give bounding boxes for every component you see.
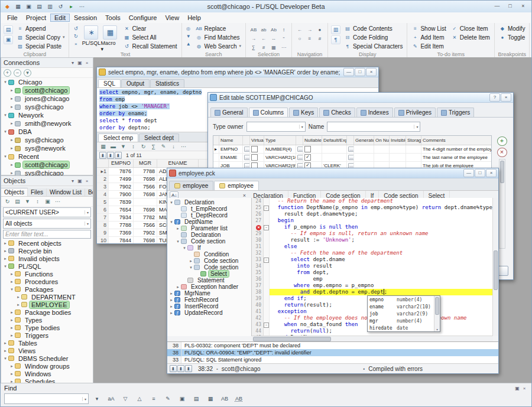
result-tab-select-emp[interactable]: Select emp [98,134,138,142]
close-icon[interactable]: × [83,60,90,66]
edit-data-icon[interactable]: ✎ [160,143,167,151]
menu-icon[interactable]: ▾ [69,178,76,184]
virtual-checkbox[interactable] [251,154,258,161]
pin-icon[interactable]: ▣ [76,60,83,66]
code-contents-button[interactable]: ▤Code Contents [343,24,404,32]
dialog-tab-triggers[interactable]: Triggers [437,108,474,117]
menu-view[interactable]: View [161,14,183,22]
tree-item-code-section[interactable]: ▾Code section [167,238,251,245]
tree-item-department[interactable]: ▸DEPARTMENT [1,293,93,301]
tree-item-functions[interactable]: ▸Functions [1,270,93,278]
minimize-button[interactable]: — [343,68,354,76]
block-select-icon[interactable]: ▦ [269,43,278,51]
layout-icon[interactable]: ▥ [331,25,340,34]
tree-item-mgrname[interactable]: ▸ƒMgrName [167,290,251,297]
export-icon[interactable]: ↓ [170,143,177,151]
tree-item-recent[interactable]: ▾Recent [1,152,93,161]
menu-configure[interactable]: Configure [125,14,161,22]
uppercase-icon[interactable]: AB [249,25,258,34]
pin-icon[interactable]: ▣ [44,198,51,206]
tree-item-updaterecord[interactable]: ▸ƒUpdateRecord [167,310,251,316]
tree-item-scott-chicago[interactable]: ▸scott@chicago [1,86,93,95]
tree-item-newyork[interactable]: ▾Newyork [1,111,93,119]
result-view-icon[interactable]: ▮ [185,365,192,372]
tree-item-pl-sql[interactable]: ▾PL/SQL [1,262,93,270]
edit-item-button[interactable]: ✎Edit Item [410,42,447,50]
tree-item-recent-objects[interactable]: ▸Recent objects [1,239,93,247]
result-view-icon[interactable]: ▮ [115,152,122,159]
popup-item-job[interactable]: jobvarchar2(9) [368,310,434,317]
sort-icon[interactable]: ↕ [129,143,137,151]
find-previous-icon[interactable]: △ [133,394,146,404]
tree-item-chicago[interactable]: ▾Chicago [1,78,93,86]
tree-item-smith-newyork[interactable]: ▸smith@newyork [1,119,93,128]
tree-item-types[interactable]: ▸Types [1,316,93,324]
delete-column-button[interactable]: × [497,148,507,157]
wrap-icon[interactable]: ¶ [331,35,340,44]
tree-item-triggers[interactable]: ▸Triggers [1,331,93,339]
dialog-tab-privileges[interactable]: Privileges [394,108,436,117]
tree-item-code-section[interactable]: ▾Code section [167,264,251,271]
goto-line-icon[interactable]: # [315,34,325,43]
recall-statement-button[interactable]: ↺Recall Statement [122,42,178,50]
sum-icon[interactable]: ∑ [150,143,157,151]
tree-item-deptname[interactable]: ▾ƒDeptName [167,219,251,225]
column-row[interactable]: ▸EMPNO…NUMBER(4)……The 4-digit number of … [213,145,491,154]
close-button[interactable]: × [486,169,497,177]
find-previous-icon[interactable]: ▲ [185,41,192,47]
split-view-icon[interactable]: ▮ [107,152,114,159]
document-tab-employee-1[interactable]: employee [214,181,258,190]
sort-icon[interactable]: ↕ [279,25,288,34]
editor-view-icon[interactable]: ▮ [170,365,177,372]
pin-icon[interactable]: ▣ [76,178,83,184]
print-icon[interactable]: ▤ [35,2,44,11]
special-copy-button[interactable]: ▧Special Copy▾ [15,33,66,41]
menu-file[interactable]: File [3,14,22,22]
outdent-icon[interactable]: ← [259,34,268,43]
grid-scrollbar[interactable] [499,159,505,249]
whole-word-icon[interactable]: AB [218,394,231,404]
dialog-tab-checks[interactable]: Checks [319,108,355,117]
filter-icon[interactable]: ▼ [24,198,31,206]
fold-icon[interactable]: − [264,225,269,230]
object-type-select[interactable]: All objects ▾ [3,219,91,229]
add-connection-icon[interactable]: + [4,69,11,77]
minimize-button[interactable]: — [491,2,503,11]
object-filter-input[interactable] [3,230,91,239]
macro-button[interactable]: ▦Macro ▾ [100,24,119,50]
pin-icon[interactable]: ▣ [514,386,521,391]
schema-select[interactable]: <CURRENT USER> ▾ [3,207,91,217]
paste-icon[interactable]: ▤ [4,25,13,34]
show-list-button[interactable]: ≡Show List [410,24,447,32]
tree-item-jones-chicago[interactable]: ▸jones@chicago [1,95,93,103]
result-tab-select-dept[interactable]: Select dept [139,134,179,142]
comment-icon[interactable]: -- [269,34,278,43]
capitalize-icon[interactable]: Ab [269,25,278,34]
search-grid-icon[interactable]: ▦ [204,394,217,404]
remove-connection-icon[interactable]: − [14,69,21,77]
objects-tab-bo[interactable]: Bo [85,188,93,196]
tree-item-windows[interactable]: ▸Windows [1,370,93,377]
refresh-icon[interactable]: ↻ [4,198,11,206]
error-row[interactable]: 38PL/SQL: ORA-00904: "EMP"."DEPT": inval… [167,349,498,356]
delete-item-button[interactable]: ✕Delete Item [450,33,491,41]
tree-item-recycle-bin[interactable]: ▸Recycle bin [1,247,93,255]
editor-view-icon[interactable]: ▮ [99,152,106,159]
search-options-icon[interactable]: ▾ [90,394,103,404]
tree-item-procedures[interactable]: ▸Procedures [1,278,93,285]
ellipsis-button[interactable]: … [244,155,250,160]
tab-statistics[interactable]: Statistics [150,79,184,87]
menu-edit[interactable]: Edit [50,14,70,22]
ellipsis-button[interactable]: … [244,146,250,152]
find-next-icon[interactable]: ▼ [185,33,192,40]
tree-item-insertrecord[interactable]: ▸ƒInsertRecord [167,303,251,310]
back-icon[interactable]: ← [295,25,304,34]
menu-help[interactable]: Help [183,14,205,22]
pl-sql-button[interactable]: ∗PL/SQL [82,24,100,50]
objects-tab-window-list[interactable]: Window List [47,188,85,196]
connections-icon[interactable]: ▦ [14,2,22,11]
dialog-titlebar[interactable]: Edit table SCOTT.EMP@CHICAGO ?× [208,93,513,103]
tree-item-exception-handler[interactable]: ▸Exception handler [167,284,251,290]
type-owner-select[interactable]: ▾ [246,122,306,132]
tree-item-tables[interactable]: ▸Tables [1,339,93,347]
